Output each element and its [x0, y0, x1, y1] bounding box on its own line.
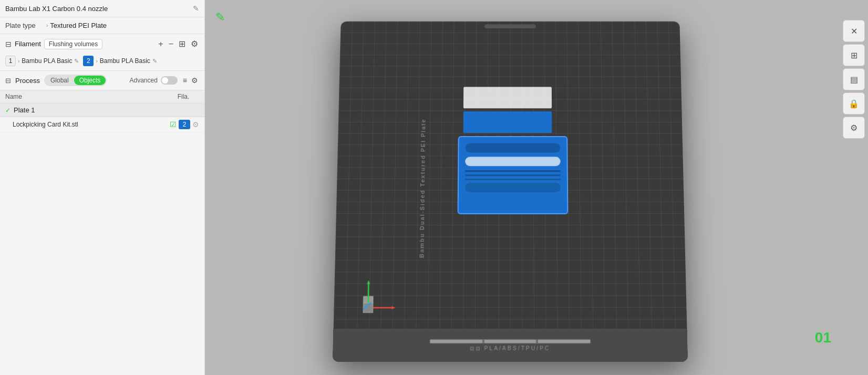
process-title: Process: [15, 77, 40, 85]
process-settings-btn[interactable]: ⚙: [190, 75, 199, 86]
filament-slot-1: 1 › Bambu PLA Basic ✎: [5, 56, 79, 66]
filament-slot-2: 2 › Bambu PLA Basic ✎: [83, 56, 157, 66]
printer-edit-icon[interactable]: ✎: [193, 4, 199, 13]
process-section: ⊟ Process Global Objects Advanced ≡ ⚙: [0, 71, 204, 90]
object-settings-icon[interactable]: ⚙: [192, 120, 199, 129]
col-name-header: Name: [5, 93, 168, 100]
process-header: ⊟ Process Global Objects Advanced ≡ ⚙: [0, 71, 204, 90]
svg-line-4: [368, 284, 369, 303]
axis-widget: [360, 279, 398, 318]
main-viewport: ✎ Bambu Dual-Sided Textured PEI Plate: [205, 0, 868, 375]
lock-tool-button[interactable]: 🔒: [843, 92, 865, 114]
tab-objects[interactable]: Objects: [74, 76, 106, 85]
slot-1-name[interactable]: Bambu PLA Basic: [22, 57, 72, 65]
left-panel: Bambu Lab X1 Carbon 0.4 nozzle ✎ Plate t…: [0, 0, 205, 375]
print-blue-rect: [463, 111, 552, 133]
plate-3d: Bambu Dual-Sided Textured PEI Plate: [333, 22, 688, 362]
object-row-actions: ☑ 2 ⚙: [170, 120, 199, 129]
list-tool-button[interactable]: ▤: [843, 68, 865, 90]
plate-type-value: Textured PEI Plate: [50, 22, 107, 29]
slot-2-edit-icon[interactable]: ✎: [152, 58, 157, 65]
plate-canvas: Bambu Dual-Sided Textured PEI Plate: [236, 11, 784, 364]
print-white-rect: [463, 87, 552, 108]
filament-title: Filament: [15, 40, 41, 48]
object-list-header: Name Fila.: [0, 90, 204, 103]
object-list-section: Name Fila. ✓ Plate 1 Lockpicking Card Ki…: [0, 90, 204, 375]
slot-number-1: 1: [5, 56, 16, 66]
svg-marker-5: [367, 280, 370, 284]
process-tab-group: Global Objects: [44, 75, 107, 86]
plate-row[interactable]: ✓ Plate 1: [0, 103, 204, 117]
process-icon: ⊟: [5, 77, 11, 85]
slot-1-edit-icon[interactable]: ✎: [74, 58, 79, 65]
filament-settings-button[interactable]: ⚙: [190, 38, 199, 50]
plate-type-label: Plate type: [5, 22, 42, 29]
filament-slots: 1 › Bambu PLA Basic ✎ 2 › Bambu PLA Basi…: [0, 54, 204, 70]
slot-1-arrow: ›: [18, 58, 19, 64]
filament-section: ⊟ Filament Flushing volumes + − ⊞ ⚙ 1 › …: [0, 34, 204, 71]
viewport-edit-icon[interactable]: ✎: [215, 11, 225, 24]
object-slot-badge[interactable]: 2: [179, 120, 190, 129]
slot-2-arrow: ›: [96, 58, 97, 64]
plate-bottom-text: PLA/ABS/TPU/PC: [484, 345, 551, 351]
filament-header: ⊟ Filament Flushing volumes + − ⊞ ⚙: [0, 34, 204, 54]
flushing-volumes-button[interactable]: Flushing volumes: [44, 39, 102, 49]
print-main-object: [458, 136, 569, 214]
inner-details: [465, 143, 561, 195]
filament-icon: ⊟: [5, 40, 12, 48]
advanced-row: Advanced: [129, 76, 177, 85]
plate-check-icon: ✓: [5, 107, 11, 114]
plate-top-bar: [484, 24, 536, 28]
filament-actions: + − ⊞ ⚙: [157, 38, 199, 50]
printer-name: Bambu Lab X1 Carbon 0.4 nozzle: [5, 5, 108, 13]
printer-header: Bambu Lab X1 Carbon 0.4 nozzle ✎: [0, 0, 204, 17]
filament-sync-button[interactable]: ⊞: [178, 38, 187, 50]
advanced-label: Advanced: [129, 77, 157, 84]
svg-marker-3: [391, 306, 395, 309]
advanced-toggle[interactable]: [161, 76, 178, 85]
col-fila-header: Fila.: [168, 93, 199, 100]
layout-tool-button[interactable]: ⊞: [843, 44, 865, 66]
process-actions: ≡ ⚙: [182, 75, 199, 86]
toggle-knob: [162, 77, 168, 84]
print-objects: [458, 87, 569, 214]
plate-type-row: Plate type › Textured PEI Plate: [0, 17, 204, 34]
settings-tool-button[interactable]: ⚙: [843, 117, 865, 139]
slot-number-2: 2: [83, 56, 94, 66]
plate-type-arrow: ›: [46, 23, 48, 28]
table-row[interactable]: Lockpicking Card Kit.stl ☑ 2 ⚙: [0, 117, 204, 132]
plate-row-name: Plate 1: [14, 106, 35, 114]
tab-global[interactable]: Global: [45, 76, 74, 85]
slot-2-name[interactable]: Bambu PLA Basic: [100, 57, 150, 65]
process-list-btn[interactable]: ≡: [182, 75, 188, 86]
object-check-icon[interactable]: ☑: [170, 120, 177, 129]
close-tool-button[interactable]: ✕: [843, 20, 865, 42]
plate-number: 01: [815, 329, 831, 346]
remove-filament-button[interactable]: −: [168, 38, 174, 50]
add-filament-button[interactable]: +: [157, 38, 164, 50]
object-name: Lockpicking Card Kit.stl: [13, 121, 170, 128]
right-toolbar: ✕ ⊞ ▤ 🔒 ⚙: [839, 16, 868, 143]
plate-bottom-section: ⊡ ⊡ PLA/ABS/TPU/PC: [333, 329, 688, 361]
plate-type-selector[interactable]: › Textured PEI Plate: [46, 22, 107, 29]
